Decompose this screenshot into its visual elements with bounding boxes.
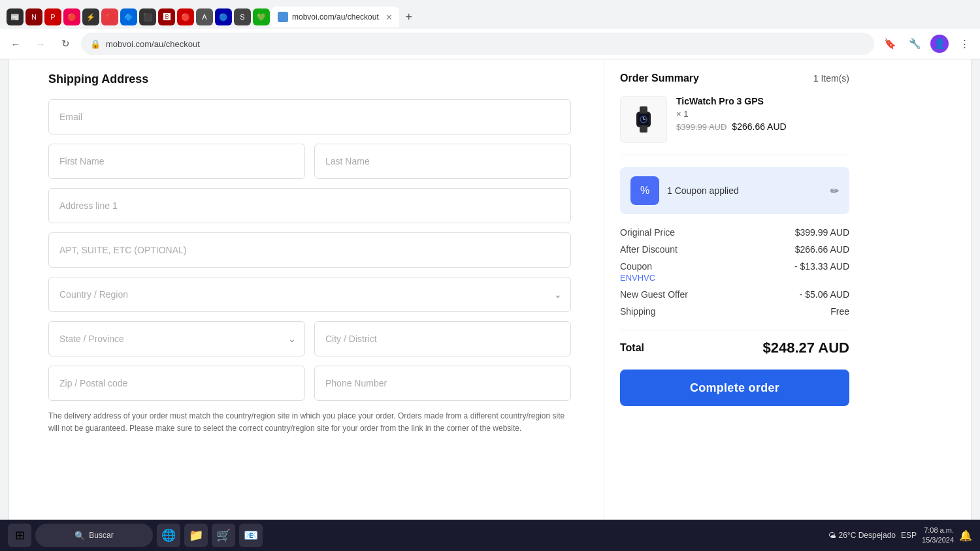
items-count: 1 Item(s)	[813, 73, 849, 84]
country-select[interactable]: Country / Region	[48, 277, 571, 312]
search-taskbar[interactable]: 🔍 Buscar	[35, 524, 153, 547]
new-guest-value: - $5.06 AUD	[800, 289, 849, 300]
delivery-notice: The delivery address of your order must …	[48, 410, 571, 435]
country-select-wrapper: Country / Region ⌄	[48, 277, 571, 312]
total-value: $248.27 AUD	[763, 339, 849, 356]
shipping-value: Free	[830, 306, 849, 317]
original-price-product: $399.99 AUD	[676, 122, 727, 132]
complete-order-button[interactable]: Complete order	[620, 370, 849, 406]
original-price-value: $399.99 AUD	[795, 227, 849, 238]
address-bar[interactable]: 🔒 mobvoi.com/au/checkout	[81, 33, 874, 55]
tab-favicon-3[interactable]: P	[44, 8, 61, 25]
tab-favicon-14[interactable]: 💚	[253, 8, 270, 25]
tab-favicon-4[interactable]: 🔴	[63, 8, 80, 25]
tab-favicon-10[interactable]: 🔴	[177, 8, 194, 25]
forward-button[interactable]: →	[31, 35, 50, 53]
original-price-label: Original Price	[620, 227, 675, 238]
tab-favicon-2[interactable]: N	[25, 8, 42, 25]
city-field[interactable]	[314, 321, 571, 356]
product-quantity: × 1	[676, 109, 849, 119]
email-field[interactable]	[48, 99, 571, 134]
start-button[interactable]: ⊞	[8, 524, 31, 547]
taskbar-files[interactable]: 📁	[184, 524, 208, 547]
left-scrollbar	[0, 59, 9, 551]
tab-favicon-9[interactable]: 🅱	[158, 8, 175, 25]
state-group: State / Province ⌄	[48, 321, 305, 356]
notification-icon[interactable]: 🔔	[959, 529, 972, 542]
active-tab-favicon	[278, 12, 288, 22]
first-name-field[interactable]	[48, 144, 305, 179]
percent-icon: %	[640, 185, 649, 197]
active-tab-label: mobvoi.com/au/checkout	[292, 12, 379, 22]
clock-date: 15/3/2024	[922, 535, 954, 545]
right-scrollbar	[971, 59, 980, 551]
address1-field[interactable]	[48, 188, 571, 223]
summary-header: Order Summary 1 Item(s)	[620, 72, 849, 84]
taskbar-store[interactable]: 🛒	[212, 524, 235, 547]
order-summary-area: Order Summary 1 Item(s)	[604, 59, 865, 551]
new-tab-button[interactable]: +	[400, 8, 417, 25]
tab-favicon-6[interactable]: ⭕	[101, 8, 118, 25]
shipping-row: Shipping Free	[620, 306, 849, 317]
taskbar-browser[interactable]: 🌐	[157, 524, 180, 547]
tab-favicon-12[interactable]: 🔵	[215, 8, 232, 25]
tab-favicon-1[interactable]: 📰	[7, 8, 24, 25]
new-guest-row: New Guest Offer - $5.06 AUD	[620, 289, 849, 300]
first-name-group	[48, 144, 305, 179]
zip-phone-row	[48, 366, 571, 401]
summary-title: Order Summary	[620, 72, 699, 84]
zip-group	[48, 366, 305, 401]
after-discount-value: $266.66 AUD	[795, 244, 849, 255]
checkout-form-area: Shipping Address	[9, 59, 604, 551]
active-tab[interactable]: mobvoi.com/au/checkout ✕	[271, 7, 399, 27]
lock-icon: 🔒	[90, 39, 101, 49]
profile-button[interactable]: 👤	[930, 35, 949, 53]
tab-favicon-13[interactable]: S	[234, 8, 251, 25]
menu-button[interactable]: ⋮	[955, 35, 973, 53]
phone-group	[314, 366, 571, 401]
product-name: TicWatch Pro 3 GPS	[676, 96, 849, 106]
phone-field[interactable]	[314, 366, 571, 401]
weather-icon: 🌤	[828, 531, 836, 540]
product-image	[620, 96, 667, 143]
coupon-label: Coupon	[620, 261, 652, 272]
country-group: Country / Region ⌄	[48, 277, 571, 312]
coupon-icon: %	[630, 176, 659, 205]
address2-field[interactable]	[48, 232, 571, 268]
svg-rect-2	[640, 106, 647, 113]
coupon-value: - $13.33 AUD	[794, 261, 849, 272]
bookmark-button[interactable]: 🔖	[881, 35, 899, 53]
original-price-row: Original Price $399.99 AUD	[620, 227, 849, 238]
email-group	[48, 99, 571, 134]
svg-rect-3	[640, 126, 647, 133]
tab-favicon-11[interactable]: A	[196, 8, 213, 25]
state-select[interactable]: State / Province	[48, 321, 305, 356]
tab-favicon-8[interactable]: ⬛	[139, 8, 156, 25]
close-tab-icon[interactable]: ✕	[385, 12, 393, 22]
extensions-button[interactable]: 🔧	[906, 35, 924, 53]
form-title: Shipping Address	[48, 72, 571, 86]
name-row	[48, 144, 571, 179]
coupon-text: 1 Coupon applied	[667, 185, 823, 196]
coupon-edit-icon[interactable]: ✏	[830, 185, 839, 197]
last-name-group	[314, 144, 571, 179]
shipping-label: Shipping	[620, 306, 656, 317]
tab-favicon-5[interactable]: ⚡	[82, 8, 99, 25]
taskbar-mail[interactable]: 📧	[239, 524, 263, 547]
back-button[interactable]: ←	[7, 35, 25, 53]
discounted-price-product: $266.66 AUD	[732, 121, 786, 132]
weather-widget: 🌤 26°C Despejado	[828, 531, 896, 540]
state-select-wrapper: State / Province ⌄	[48, 321, 305, 356]
tab-favicon-7[interactable]: 🔷	[120, 8, 137, 25]
product-item: TicWatch Pro 3 GPS × 1 $399.99 AUD $266.…	[620, 96, 849, 155]
last-name-field[interactable]	[314, 144, 571, 179]
language-indicator: ESP	[901, 531, 917, 540]
taskbar: ⊞ 🔍 Buscar 🌐 📁 🛒 📧 🌤 26°C Despejado ESP …	[0, 520, 980, 551]
clock-time: 7:08 a.m.	[922, 526, 954, 535]
city-group	[314, 321, 571, 356]
address1-group	[48, 188, 571, 223]
zip-field[interactable]	[48, 366, 305, 401]
reload-button[interactable]: ↻	[56, 35, 74, 53]
price-breakdown: Original Price $399.99 AUD After Discoun…	[620, 227, 849, 317]
time-display: 7:08 a.m. 15/3/2024	[922, 526, 954, 546]
